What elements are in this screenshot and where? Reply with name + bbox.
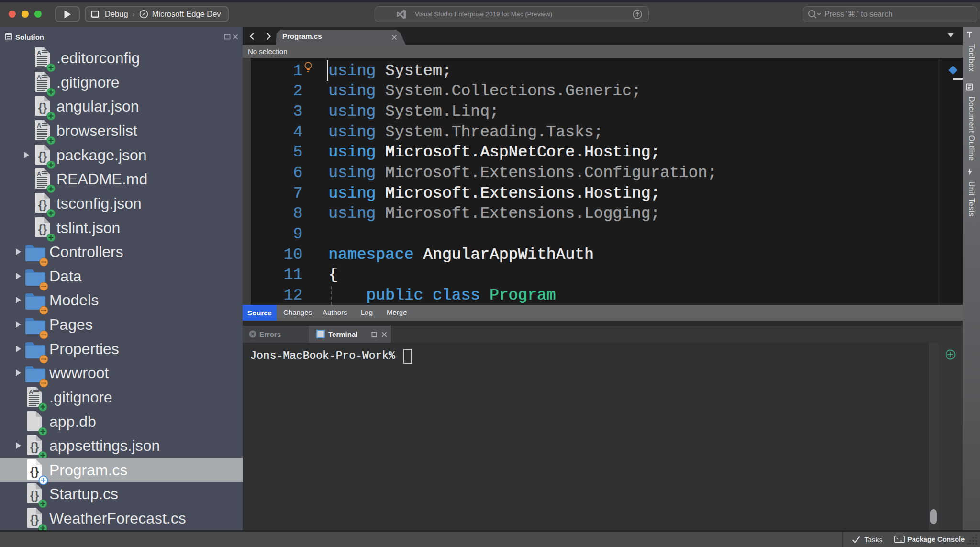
- svg-text:A: A: [37, 170, 42, 178]
- svg-text:{}: {}: [38, 150, 47, 163]
- svg-text:{}: {}: [38, 198, 47, 211]
- svg-text:{}: {}: [30, 465, 39, 478]
- svg-text:A: A: [37, 74, 42, 81]
- svg-text:A: A: [37, 49, 42, 56]
- svg-text:{}: {}: [30, 440, 39, 453]
- svg-text:{}: {}: [30, 489, 39, 502]
- svg-text:{}: {}: [30, 513, 39, 526]
- svg-text:{}: {}: [38, 101, 47, 114]
- svg-text:{}: {}: [38, 223, 47, 235]
- svg-text:A: A: [37, 122, 42, 129]
- svg-text:A: A: [29, 389, 33, 396]
